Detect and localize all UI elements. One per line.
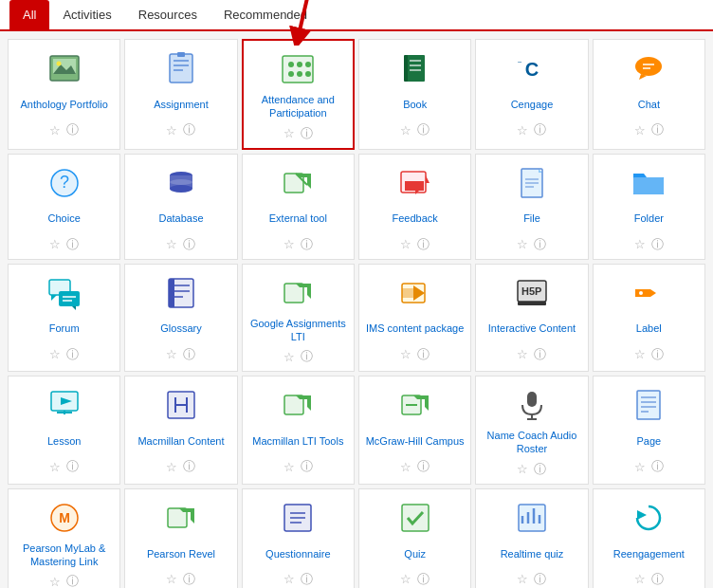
quiz-star[interactable]: ☆ <box>400 572 411 586</box>
grid-item-interactive-content[interactable]: H5PInteractive Content☆ⓘ <box>475 264 588 373</box>
name-coach-info[interactable]: ⓘ <box>534 461 546 478</box>
grid-item-realtime-quiz[interactable]: Realtime quiz☆ⓘ <box>475 488 588 588</box>
forum-info[interactable]: ⓘ <box>66 346 79 363</box>
grid-item-attendance[interactable]: Attendance and Participation☆ⓘ <box>242 39 355 150</box>
mcgrawhill-star[interactable]: ☆ <box>400 460 411 474</box>
grid-item-forum[interactable]: Forum☆ⓘ <box>8 264 120 373</box>
realtime-quiz-star[interactable]: ☆ <box>517 572 528 586</box>
grid-item-label[interactable]: Label☆ⓘ <box>593 264 705 373</box>
assignment-star[interactable]: ☆ <box>166 123 177 138</box>
grid-item-page[interactable]: Page☆ⓘ <box>593 376 705 485</box>
quiz-icon <box>396 499 434 537</box>
file-info[interactable]: ⓘ <box>534 236 546 253</box>
grid-item-anthology-portfolio[interactable]: Anthology Portfolio☆ⓘ <box>8 39 120 150</box>
quiz-info[interactable]: ⓘ <box>417 571 430 588</box>
grid-item-file[interactable]: File☆ⓘ <box>475 154 588 260</box>
grid-item-reengagement[interactable]: Reengagement☆ⓘ <box>593 488 705 588</box>
macmillan-content-star[interactable]: ☆ <box>166 460 177 474</box>
google-assignments-info[interactable]: ⓘ <box>301 348 313 365</box>
assignment-info[interactable]: ⓘ <box>183 121 195 138</box>
attendance-star[interactable]: ☆ <box>283 126 295 140</box>
macmillan-lti-info[interactable]: ⓘ <box>301 458 313 475</box>
lesson-info[interactable]: ⓘ <box>66 458 79 475</box>
macmillan-lti-label: Macmillan LTI Tools <box>252 429 343 453</box>
pearson-revel-star[interactable]: ☆ <box>166 572 177 586</box>
grid-item-choice[interactable]: ?Choice☆ⓘ <box>8 154 120 260</box>
page-info[interactable]: ⓘ <box>651 458 664 475</box>
grid-item-glossary[interactable]: Glossary☆ⓘ <box>124 264 237 373</box>
file-star[interactable]: ☆ <box>517 237 528 251</box>
cengage-info[interactable]: ⓘ <box>534 121 546 138</box>
anthology-portfolio-info[interactable]: ⓘ <box>66 121 79 138</box>
mcgrawhill-info[interactable]: ⓘ <box>417 458 430 475</box>
grid-item-external-tool[interactable]: External tool☆ⓘ <box>242 154 355 260</box>
grid-item-macmillan-content[interactable]: Macmillan Content☆ⓘ <box>124 376 237 485</box>
interactive-content-star[interactable]: ☆ <box>517 347 528 361</box>
google-assignments-star[interactable]: ☆ <box>283 350 295 364</box>
ims-content-star[interactable]: ☆ <box>400 347 411 361</box>
reengagement-star[interactable]: ☆ <box>634 572 646 586</box>
choice-actions: ☆ⓘ <box>49 236 79 253</box>
grid-item-book[interactable]: Book☆ⓘ <box>358 39 471 150</box>
anthology-portfolio-star[interactable]: ☆ <box>49 123 61 138</box>
choice-info[interactable]: ⓘ <box>66 236 79 253</box>
choice-star[interactable]: ☆ <box>49 237 61 251</box>
reengagement-info[interactable]: ⓘ <box>651 571 664 588</box>
glossary-info[interactable]: ⓘ <box>183 346 195 363</box>
feedback-info[interactable]: ⓘ <box>417 236 430 253</box>
questionnaire-star[interactable]: ☆ <box>283 572 295 586</box>
tab-all[interactable]: All <box>9 0 49 29</box>
feedback-star[interactable]: ☆ <box>400 237 411 251</box>
database-star[interactable]: ☆ <box>166 237 177 251</box>
forum-actions: ☆ⓘ <box>49 346 79 363</box>
grid-item-macmillan-lti[interactable]: Macmillan LTI Tools☆ⓘ <box>242 376 355 485</box>
label-info[interactable]: ⓘ <box>651 346 664 363</box>
book-info[interactable]: ⓘ <box>417 121 430 138</box>
grid-item-cengage[interactable]: C~Cengage☆ⓘ <box>475 39 588 150</box>
label-star[interactable]: ☆ <box>634 347 646 361</box>
lesson-star[interactable]: ☆ <box>49 460 61 474</box>
book-star[interactable]: ☆ <box>400 123 411 138</box>
tab-activities[interactable]: Activities <box>49 0 124 29</box>
grid-item-ims-content[interactable]: IMS content package☆ⓘ <box>358 264 471 373</box>
page-star[interactable]: ☆ <box>634 460 646 474</box>
grid-item-questionnaire[interactable]: Questionnaire☆ⓘ <box>242 488 355 588</box>
grid-item-folder[interactable]: Folder☆ⓘ <box>593 154 705 260</box>
grid-item-name-coach[interactable]: Name Coach Audio Roster☆ⓘ <box>475 376 588 485</box>
grid-item-google-assignments[interactable]: Google Assignments LTI☆ⓘ <box>242 264 355 373</box>
svg-point-17 <box>305 62 311 67</box>
external-tool-info[interactable]: ⓘ <box>301 236 313 253</box>
folder-info[interactable]: ⓘ <box>651 236 664 253</box>
grid-item-pearson-mylab[interactable]: MPearson MyLab & Mastering Link☆ⓘ <box>8 488 120 588</box>
grid-item-pearson-revel[interactable]: Pearson Revel☆ⓘ <box>124 488 237 588</box>
folder-star[interactable]: ☆ <box>634 237 646 251</box>
questionnaire-info[interactable]: ⓘ <box>301 571 313 588</box>
tab-recommended[interactable]: Recommended <box>210 0 320 29</box>
realtime-quiz-info[interactable]: ⓘ <box>534 571 546 588</box>
grid-item-quiz[interactable]: Quiz☆ⓘ <box>358 488 471 588</box>
database-info[interactable]: ⓘ <box>183 236 195 253</box>
interactive-content-info[interactable]: ⓘ <box>534 346 546 363</box>
ims-content-info[interactable]: ⓘ <box>417 346 430 363</box>
external-tool-label: External tool <box>269 207 327 231</box>
chat-star[interactable]: ☆ <box>634 123 646 138</box>
pearson-mylab-info[interactable]: ⓘ <box>66 573 79 588</box>
attendance-info[interactable]: ⓘ <box>301 125 313 142</box>
pearson-mylab-star[interactable]: ☆ <box>49 575 61 588</box>
grid-item-assignment[interactable]: Assignment☆ⓘ <box>124 39 237 150</box>
cengage-star[interactable]: ☆ <box>517 123 528 138</box>
grid-item-feedback[interactable]: Feedback☆ⓘ <box>358 154 471 260</box>
forum-star[interactable]: ☆ <box>49 347 61 361</box>
tab-resources[interactable]: Resources <box>125 0 210 29</box>
macmillan-content-info[interactable]: ⓘ <box>183 458 195 475</box>
external-tool-star[interactable]: ☆ <box>283 237 295 251</box>
macmillan-lti-star[interactable]: ☆ <box>283 460 295 474</box>
pearson-revel-info[interactable]: ⓘ <box>183 571 195 588</box>
glossary-star[interactable]: ☆ <box>166 347 177 361</box>
name-coach-star[interactable]: ☆ <box>517 462 528 476</box>
grid-item-database[interactable]: Database☆ⓘ <box>124 154 237 260</box>
grid-item-lesson[interactable]: Lesson☆ⓘ <box>8 376 120 485</box>
grid-item-mcgrawhill[interactable]: McGraw-Hill Campus☆ⓘ <box>358 376 471 485</box>
grid-item-chat[interactable]: Chat☆ⓘ <box>593 39 705 150</box>
chat-info[interactable]: ⓘ <box>651 121 664 138</box>
